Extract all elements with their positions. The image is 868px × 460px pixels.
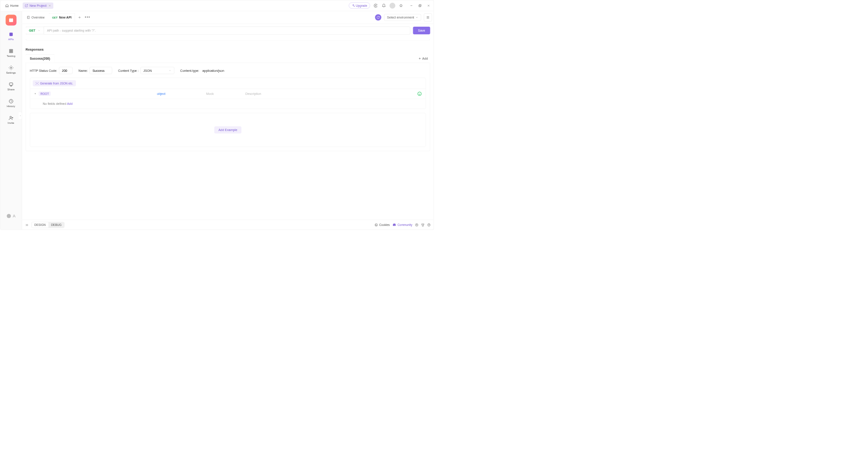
sync-button[interactable] [375,14,382,20]
schema-root-row: ▼ ROOT object Mock Description + [30,89,426,99]
minimize-icon[interactable] [409,3,414,8]
responses-heading: Responses [26,47,430,52]
cookies-button[interactable]: Cookies [375,223,390,227]
tab-new-api[interactable]: GET New API [49,13,75,22]
svg-rect-4 [10,18,10,19]
sparkle-icon [352,4,355,7]
invite-icon [9,116,14,121]
menu-icon[interactable] [424,13,432,21]
response-card: HTTP Status Code: Name: Content Type : J… [26,63,430,151]
refresh-icon [377,16,380,19]
svg-rect-3 [9,19,13,22]
pathbar: GET Save [22,24,434,38]
env-label: Select environment [387,15,414,19]
expand-bottom-icon[interactable] [25,223,29,227]
brand-footer: A [6,214,16,219]
upload-icon[interactable] [415,223,419,227]
no-fields-text: No fields defined [43,102,67,106]
avatar[interactable] [390,3,396,9]
discord-icon [392,223,396,227]
svg-point-16 [375,224,378,226]
bell-icon[interactable] [382,3,387,8]
content-type-value: JSON [143,69,152,72]
svg-point-0 [375,5,376,6]
chevron-down-icon [415,16,418,19]
content-header-value: application/json [203,69,224,72]
add-field-icon[interactable]: + [418,92,422,96]
chevron-down-icon [38,29,40,32]
save-button[interactable]: Save [413,27,430,34]
help-icon[interactable] [427,223,431,227]
generate-from-json-button[interactable]: Generate from JSON etc. [33,80,76,87]
nav-invite-label: Invite [8,122,14,125]
svg-rect-5 [12,18,12,19]
apis-icon [9,32,14,37]
api-path-input[interactable] [43,27,410,35]
overview-icon [27,16,30,19]
status-code-input[interactable] [59,67,73,74]
brand-icon [6,214,11,219]
method-select[interactable]: GET [26,27,44,34]
tab-api-name: New API [59,16,72,19]
cookie-icon [375,223,378,227]
tab-overview[interactable]: Overview [24,13,48,21]
tab-more-icon[interactable]: ••• [84,14,91,21]
nav-settings[interactable]: Settings [0,64,22,76]
example-card: Add Example [30,113,426,147]
tab-method-label: GET [52,16,57,19]
settings-gear-icon[interactable] [373,3,378,8]
window-close-icon[interactable] [426,3,431,8]
add-response-button[interactable]: Add [416,55,430,61]
svg-point-10 [10,67,12,69]
shirt-icon[interactable] [421,223,425,227]
environment-select[interactable]: Select environment [384,14,421,21]
brand-logo[interactable] [5,15,16,26]
plus-icon [418,57,421,60]
leftnav: APIs Testing Settings Share History Invi… [0,11,22,230]
mode-debug[interactable]: DEBUG [48,222,64,228]
history-icon [9,99,14,104]
root-chip[interactable]: ROOT [38,92,51,96]
external-link-icon [25,4,28,7]
add-response-label: Add [422,56,428,60]
brand-text: A [13,214,16,219]
home-label: Home [10,4,19,7]
nav-apis[interactable]: APIs [0,31,22,42]
testing-icon [9,49,14,54]
response-name-input[interactable] [90,67,112,74]
description-column: Description [245,92,261,95]
add-tab-button[interactable] [76,14,83,21]
community-button[interactable]: Community [392,223,412,227]
root-type-link[interactable]: object [157,92,165,95]
svg-point-17 [376,225,376,225]
nav-share[interactable]: Share [0,81,22,93]
project-tab[interactable]: New Project [23,2,53,9]
collapse-icon[interactable]: ▼ [34,93,37,95]
response-tab-success[interactable]: Success(200) [26,54,55,63]
previous-section-card [26,38,430,41]
nav-history[interactable]: History [0,98,22,109]
nav-testing[interactable]: Testing [0,47,22,59]
upgrade-button[interactable]: Upgrade [349,3,370,9]
upgrade-label: Upgrade [356,4,367,8]
project-tab-label: New Project [29,4,47,7]
add-example-button[interactable]: Add Example [214,127,241,134]
generate-label: Generate from JSON etc. [40,82,73,85]
pin-icon[interactable] [399,3,404,8]
content-type-select[interactable]: JSON [141,67,175,74]
method-label: GET [29,29,35,33]
chevron-down-icon [169,69,171,72]
titlebar: Home New Project Upgrade [0,0,434,11]
nav-share-label: Share [7,88,14,91]
maximize-icon[interactable] [418,3,423,8]
close-icon[interactable] [48,4,51,7]
home-tab[interactable]: Home [3,2,21,9]
mode-design[interactable]: DESIGN [32,222,48,228]
svg-rect-15 [27,16,29,19]
expand-sidebar-icon[interactable] [19,112,22,120]
status-code-label: HTTP Status Code: [30,69,57,72]
add-field-link[interactable]: Add [67,102,72,106]
svg-point-14 [7,214,11,218]
nav-apis-label: APIs [8,38,14,41]
svg-rect-8 [9,51,13,52]
